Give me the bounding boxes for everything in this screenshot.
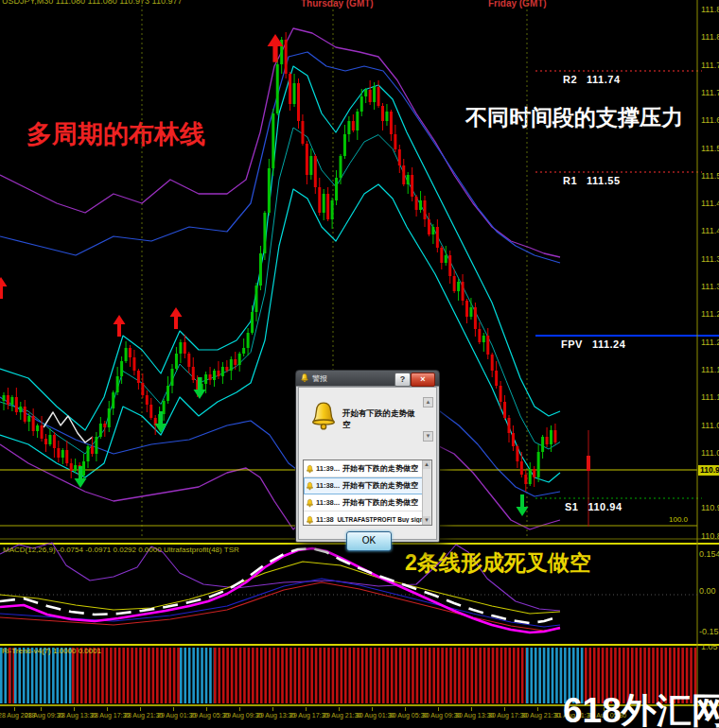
bell-icon [306,494,314,511]
candle-body [44,439,47,444]
trend-bar [315,648,318,703]
time-tick-mark [372,707,373,711]
scroll-up-icon[interactable]: ▲ [423,460,430,469]
trend-bar [106,648,109,703]
trend-bar [458,648,461,703]
alert-list-row[interactable]: 11:38... 开始有下跌的走势做空 [304,494,431,511]
candle-body [546,437,549,444]
price-axis[interactable]: 111.86111.80111.75111.70111.65111.59111.… [697,0,719,707]
candle-body [340,156,342,178]
candle-body [15,397,18,412]
candle-body [331,200,334,219]
trend-bar [4,648,7,703]
trend-bar [52,648,55,703]
alert-history-list[interactable]: 11:39... 开始有下跌的走势做空 11:38... 开始有下跌的走势做空 … [303,459,432,526]
trend-bar [370,648,373,703]
candle-body [7,395,9,405]
candle-body [306,144,308,175]
candle-body [469,307,472,317]
trend-bar [222,648,225,703]
time-tick-mark [173,707,174,711]
level-name: S1 [565,501,578,512]
alert-list-row[interactable]: 11:39... 开始有下跌的走势做空 [304,460,431,477]
trend-bar [403,648,406,703]
trend-bar [555,648,558,703]
candle-body [221,367,224,376]
candle-body [57,448,60,458]
candle-body [259,253,262,286]
candle-body [533,469,535,477]
trend-bar [470,648,473,703]
candle-body [431,227,434,234]
dialog-help-button[interactable]: ? [395,373,411,387]
candle-body [36,425,39,431]
candle-body [390,112,393,134]
trend-bar [344,648,347,703]
trend-bar [441,648,444,703]
price-tick: 111.23 [701,338,719,347]
time-tick-mark [239,707,240,711]
candle-body [70,463,73,471]
trend-bar [492,648,495,703]
candle-body [356,112,359,130]
trend-bar [357,648,360,703]
candle-body [204,374,207,384]
time-tick-mark [206,707,207,711]
alert-list-row[interactable]: 11:38... 开始有下跌的走势做空 [304,477,431,494]
candle-body [209,374,212,380]
trend-bar [446,648,448,703]
trend-bar [543,648,546,703]
candle-body [276,64,279,113]
dialog-close-button[interactable]: × [411,373,435,387]
hist-axis-value: 1.05 [701,642,718,651]
candle-body [347,121,350,134]
alert-text: ULTRAFASTPROFIT Buy signal at price 0 [337,516,431,523]
level-value: 111.24 [592,338,625,350]
candle-body [116,376,119,392]
candle-body [520,461,523,475]
candle-body [217,371,219,376]
scroll-down-icon[interactable]: ▼ [423,516,430,525]
candle-body [24,407,26,422]
candle-body [213,371,216,380]
scroll-down-icon[interactable]: ▼ [423,431,433,442]
ok-button[interactable]: OK [346,531,392,551]
candle-body [323,194,325,213]
trend-bar [76,648,79,703]
trend-bar [425,648,428,703]
candle-body [171,369,174,386]
price-tick: 110.90 [701,503,719,512]
trend-bar [374,648,377,703]
macd-axis-value: 0.1541 [699,549,719,559]
trend-bar [281,648,284,703]
trend-bar [173,648,176,703]
time-tick-mark [537,707,538,711]
chart-canvas[interactable] [0,0,719,728]
candle-body [457,282,460,291]
candle-body [234,359,237,365]
trend-bar [454,648,457,703]
trend-bar [517,648,519,703]
trend-bar [341,648,343,703]
trend-bar [23,648,26,703]
candle-body [255,286,258,312]
trend-bar [156,648,159,703]
candle-body [453,276,456,291]
scroll-up-icon[interactable]: ▲ [423,397,433,407]
trend-bar [144,648,147,703]
list-scrollbar[interactable]: ▲ ▼ [422,460,431,525]
alert-list-row[interactable]: 11:38 ULTRAFASTPROFIT Buy signal at pric… [304,511,431,526]
candle-body [524,475,527,484]
trend-bar [44,648,46,703]
level-value: 111.74 [587,74,620,85]
candle-body [407,175,410,184]
candle-body [268,168,271,213]
trend-bar [310,648,313,703]
trend-bar [9,648,11,703]
trend-bar [386,648,389,703]
trend-bar [72,648,75,703]
candle-body [247,333,250,348]
candle-body [27,416,30,422]
candle-body [352,121,355,130]
candle-body [163,401,166,414]
